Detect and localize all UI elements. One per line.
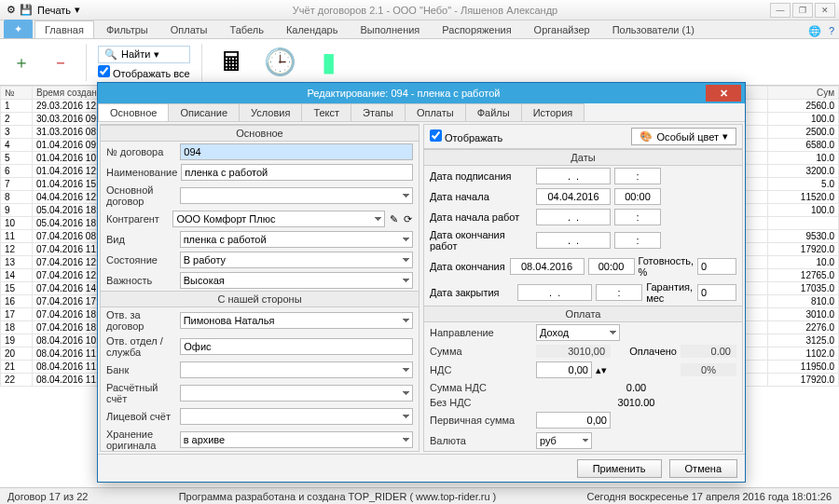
dialog-close-button[interactable]: ✕ <box>706 85 741 102</box>
app-icon: ⚙ <box>4 3 19 18</box>
date-end-input[interactable] <box>510 258 585 275</box>
section-main: Основное <box>101 125 419 142</box>
window-title: Учёт договоров 2.1 - ООО "Небо" - Ляшено… <box>80 5 770 16</box>
sum-value: 3010,00 <box>536 345 611 358</box>
section-pay: Оплата <box>424 306 742 322</box>
section-note: Примечание <box>424 451 742 452</box>
save-icon[interactable]: 💾 <box>19 3 34 18</box>
state-select[interactable]: В работу <box>180 252 413 268</box>
dialog-right-column: Отображать 🎨Особый цвет ▾ Даты Дата подп… <box>423 124 743 452</box>
responsible-select[interactable]: Пимонова Наталья <box>180 312 413 329</box>
ribbon-body: ＋ － 🔍Найти ▾ Отображать все 🖩 🕒 ▮ <box>0 39 839 86</box>
base-contract-select[interactable] <box>180 187 413 204</box>
readiness-input[interactable] <box>697 258 736 275</box>
vatsum-value: 0.00 <box>536 382 736 393</box>
palette-icon: 🎨 <box>640 130 653 143</box>
date-wend-input[interactable] <box>536 232 611 249</box>
warranty-input[interactable] <box>697 284 736 301</box>
ribbon-tab[interactable]: Пользователи (1) <box>602 20 705 38</box>
edit-dialog: Редактирование: 094 - пленка с работой ✕… <box>97 82 746 483</box>
tab-cond[interactable]: Условия <box>239 103 302 121</box>
tab-main[interactable]: Основное <box>98 103 169 121</box>
dialog-title: Редактирование: 094 - пленка с работой <box>102 88 706 99</box>
dialog-titlebar[interactable]: Редактирование: 094 - пленка с работой ✕ <box>98 83 745 103</box>
print-menu[interactable]: Печать <box>34 5 75 16</box>
cancel-button[interactable]: Отмена <box>669 459 737 478</box>
close-button[interactable]: ✕ <box>815 3 835 18</box>
dept-input[interactable] <box>180 338 413 355</box>
status-bar: Договор 17 из 22 Программа разработана и… <box>0 487 839 504</box>
section-dates: Даты <box>424 149 742 166</box>
apply-button[interactable]: Применить <box>577 459 662 478</box>
edit-icon[interactable]: ✎ <box>389 211 399 226</box>
help-icon[interactable]: ? <box>824 23 839 38</box>
display-checkbox[interactable]: Отображать <box>430 129 502 143</box>
vat-input[interactable] <box>536 361 592 378</box>
tab-stages[interactable]: Этапы <box>351 103 406 121</box>
status-right: Сегодня воскресенье 17 апреля 2016 года … <box>587 491 832 502</box>
search-icon: 🔍 <box>104 48 117 61</box>
maximize-button[interactable]: ❐ <box>792 3 813 18</box>
status-left: Договор 17 из 22 <box>7 491 88 502</box>
special-color-button[interactable]: 🎨Особый цвет ▾ <box>631 128 736 145</box>
add-button[interactable]: ＋ <box>7 49 35 75</box>
chevron-down-icon: ▾ <box>154 48 159 61</box>
ribbon-tabs: ✦ Главная Фильтры Оплаты Табель Календар… <box>0 20 839 39</box>
ribbon-tab[interactable]: Распоряжения <box>432 20 521 38</box>
tab-text[interactable]: Текст <box>301 103 351 121</box>
paid-value: 0.00 <box>681 345 736 358</box>
notes-icon[interactable]: ▮ <box>310 44 348 81</box>
section-ours: С нашей стороны <box>101 291 419 307</box>
ribbon-tab[interactable]: Оплаты <box>160 20 218 38</box>
ribbon-tab[interactable]: Органайзер <box>524 20 600 38</box>
ribbon-tab[interactable]: Табель <box>220 20 274 38</box>
lacct-select[interactable] <box>180 408 413 425</box>
dialog-left-column: Основное № договора Наименование Основно… <box>100 124 420 452</box>
find-button[interactable]: 🔍Найти ▾ <box>98 46 190 63</box>
clock-icon[interactable]: 🕒 <box>262 44 299 81</box>
ribbon-tab-app[interactable]: ✦ <box>4 20 33 38</box>
novat-value: 3010.00 <box>536 397 736 408</box>
orig-storage-select[interactable]: в архиве <box>180 431 413 448</box>
tab-files[interactable]: Файлы <box>465 103 522 121</box>
tab-desc[interactable]: Описание <box>168 103 240 121</box>
time-wend-input[interactable] <box>614 232 661 249</box>
time-end-input[interactable] <box>588 258 635 275</box>
time-sign-input[interactable] <box>614 168 661 184</box>
globe-icon[interactable]: 🌐 <box>807 23 822 38</box>
time-start-input[interactable] <box>614 188 661 205</box>
spinner-icon[interactable]: ▴▾ <box>596 364 607 376</box>
kind-select[interactable]: пленка с работой <box>180 231 413 248</box>
show-all-checkbox[interactable]: Отображать все <box>98 65 190 79</box>
racct-select[interactable] <box>180 385 413 402</box>
date-close-input[interactable] <box>517 284 592 301</box>
tab-hist[interactable]: История <box>521 103 585 121</box>
name-input[interactable] <box>181 164 413 181</box>
refresh-icon[interactable]: ⟳ <box>403 211 413 226</box>
delete-button[interactable]: － <box>47 49 75 75</box>
first-sum-input[interactable] <box>536 412 611 429</box>
ribbon-tab[interactable]: Главная <box>34 20 94 38</box>
date-wstart-input[interactable] <box>536 209 611 225</box>
bank-select[interactable] <box>180 361 413 378</box>
ribbon-tab[interactable]: Календарь <box>276 20 349 38</box>
tab-pay[interactable]: Оплаты <box>405 103 466 121</box>
status-mid: Программа разработана и создана TOP_RIDE… <box>88 491 586 502</box>
dialog-tabs: Основное Описание Условия Текст Этапы Оп… <box>98 103 745 122</box>
date-sign-input[interactable] <box>536 168 611 184</box>
contract-no-input[interactable] <box>180 143 413 160</box>
contractor-select[interactable]: ООО Комфорт Плюс <box>172 211 385 227</box>
time-wstart-input[interactable] <box>614 209 661 225</box>
ribbon-tab[interactable]: Фильтры <box>96 20 158 38</box>
chevron-down-icon: ▾ <box>722 130 728 143</box>
importance-select[interactable]: Высокая <box>180 272 413 289</box>
minimize-button[interactable]: — <box>770 3 791 18</box>
main-titlebar: ⚙ 💾 Печать▾ Учёт договоров 2.1 - ООО "Не… <box>0 0 839 20</box>
date-start-input[interactable] <box>536 188 611 205</box>
direction-select[interactable]: Доход <box>536 324 620 341</box>
vat-pct: 0% <box>681 363 736 376</box>
ribbon-tab[interactable]: Выполнения <box>350 20 430 38</box>
time-close-input[interactable] <box>596 284 642 301</box>
calculator-icon[interactable]: 🖩 <box>213 44 251 81</box>
currency-select[interactable]: руб <box>536 432 592 449</box>
